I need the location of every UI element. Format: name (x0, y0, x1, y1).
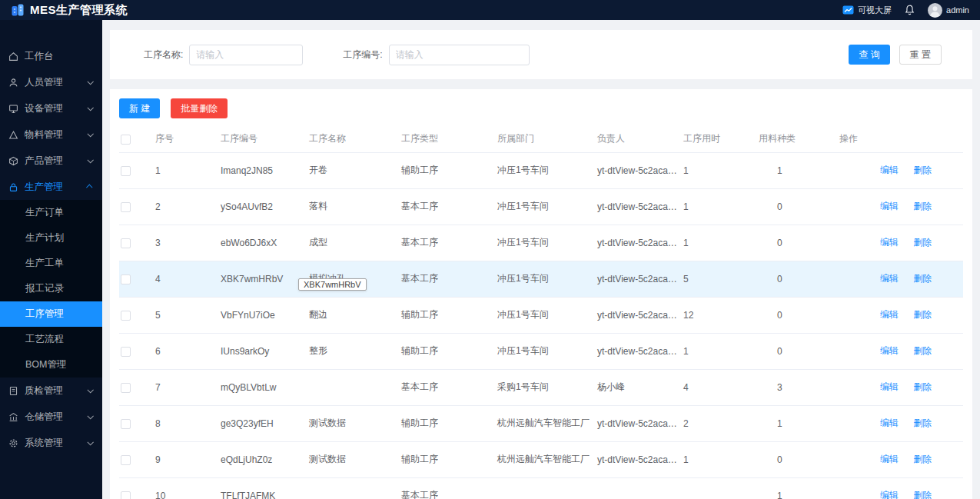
warehouse-icon (8, 412, 18, 422)
cell-name-text: 整形 (309, 345, 327, 356)
edit-link[interactable]: 编辑 (880, 237, 899, 248)
delete-link[interactable]: 删除 (913, 237, 932, 248)
batch-delete-button[interactable]: 批量删除 (171, 98, 228, 118)
edit-link[interactable]: 编辑 (880, 201, 899, 211)
cell-name (307, 369, 400, 405)
column-header-dept: 所属部门 (496, 126, 596, 152)
sidebar-item-warehouse[interactable]: 仓储管理 (0, 404, 102, 430)
edit-link[interactable]: 编辑 (880, 273, 899, 284)
delete-link[interactable]: 删除 (913, 309, 932, 320)
process-name-label: 工序名称: (144, 48, 183, 62)
row-checkbox[interactable] (121, 347, 131, 357)
sidebar-item-product[interactable]: 产品管理 (0, 148, 102, 174)
username: admin (946, 5, 969, 15)
cell-materials: 1 (757, 405, 838, 441)
reset-button[interactable]: 重 置 (899, 45, 942, 65)
sidebar-item-label: 产品管理 (25, 155, 88, 168)
cell-code: TFLfTJAFMK (219, 477, 307, 499)
row-checkbox[interactable] (121, 274, 131, 284)
cell-materials: 0 (757, 297, 838, 333)
cell-name: 翻边 (307, 297, 400, 333)
row-checkbox[interactable] (121, 311, 131, 321)
production-submenu: 生产订单 生产计划 生产工单 报工记录 工序管理 工艺流程 BOM管理 (0, 200, 102, 378)
edit-link[interactable]: 编辑 (880, 345, 899, 356)
delete-link[interactable]: 删除 (913, 345, 932, 356)
cell-dept: 采购1号车间 (496, 369, 596, 405)
sidebar-item-label: 人员管理 (25, 76, 88, 89)
cell-dept: 冲压1号车间 (496, 188, 596, 225)
cell-type: 基本工序 (400, 188, 496, 225)
big-screen-button[interactable]: 可视大屏 (842, 5, 892, 16)
delete-link[interactable]: 删除 (913, 381, 932, 392)
edit-link[interactable]: 编辑 (880, 490, 899, 499)
delete-link[interactable]: 删除 (913, 165, 932, 175)
sidebar-item-bom[interactable]: BOM管理 (0, 352, 102, 378)
table-row: 3 ebWo6DJ6xX 成型 基本工序 冲压1号车间 yt-dtView-5c… (119, 225, 963, 261)
cell-owner: yt-dtView-5c2aca3962 (596, 441, 682, 477)
table-body: 1 Imanq2JN85 开卷 辅助工序 冲压1号车间 yt-dtView-5c… (119, 152, 963, 499)
sidebar-item-personnel[interactable]: 人员管理 (0, 69, 102, 95)
sidebar-item-system[interactable]: 系统管理 (0, 430, 102, 456)
query-button[interactable]: 查 询 (849, 45, 889, 65)
chevron-down-icon (87, 413, 93, 419)
cell-owner: yt-dtView-5c2aca3962 (596, 297, 682, 333)
edit-link[interactable]: 编辑 (880, 454, 899, 464)
delete-link[interactable]: 删除 (913, 490, 932, 499)
sidebar-item-material[interactable]: 物料管理 (0, 121, 102, 148)
cell-no: 5 (154, 297, 219, 333)
cell-type: 辅助工序 (400, 441, 496, 477)
sidebar-item-process-management[interactable]: 工序管理 (0, 301, 102, 327)
column-header-time: 工序用时 (682, 126, 757, 152)
delete-link[interactable]: 删除 (913, 417, 932, 428)
edit-link[interactable]: 编辑 (880, 381, 899, 392)
cell-type: 基本工序 (400, 369, 496, 405)
user-icon (8, 78, 18, 88)
sidebar-item-production[interactable]: 生产管理 (0, 174, 102, 200)
cell-name: 模拟冲孔 XBK7wmHRbV (307, 261, 400, 297)
sidebar-item-equipment[interactable]: 设备管理 (0, 95, 102, 121)
cell-ops: 编辑 删除 (838, 188, 963, 225)
row-checkbox[interactable] (121, 166, 131, 176)
row-checkbox[interactable] (121, 383, 131, 393)
app-logo: MES生产管理系统 (11, 3, 128, 18)
cell-time: 12 (682, 297, 757, 333)
process-name-input[interactable] (189, 45, 303, 65)
sidebar-item-workbench[interactable]: 工作台 (0, 43, 102, 69)
create-button[interactable]: 新 建 (119, 98, 160, 118)
cell-type: 基本工序 (400, 225, 496, 261)
sidebar-item-work-report[interactable]: 报工记录 (0, 276, 102, 301)
cell-name (307, 477, 400, 499)
row-checkbox[interactable] (121, 202, 131, 212)
process-code-input[interactable] (389, 45, 530, 65)
sidebar-item-label: 系统管理 (25, 437, 88, 450)
sidebar-item-process-flow[interactable]: 工艺流程 (0, 327, 102, 352)
sidebar-item-work-order[interactable]: 生产工单 (0, 251, 102, 276)
edit-link[interactable]: 编辑 (880, 165, 899, 175)
sidebar-item-production-order[interactable]: 生产订单 (0, 200, 102, 225)
row-checkbox[interactable] (121, 491, 131, 499)
process-code-label: 工序编号: (343, 48, 382, 62)
user-menu[interactable]: admin (928, 3, 969, 18)
delete-link[interactable]: 删除 (913, 454, 932, 464)
delete-link[interactable]: 删除 (913, 273, 932, 284)
edit-link[interactable]: 编辑 (880, 309, 899, 320)
sidebar: 工作台 人员管理 设备管理 物料管理 产品管理 生产管理 (0, 20, 102, 499)
sidebar-item-quality[interactable]: 质检管理 (0, 378, 102, 404)
delete-link[interactable]: 删除 (913, 201, 932, 211)
sidebar-item-label: 物料管理 (25, 128, 88, 141)
cell-ops: 编辑 删除 (838, 297, 963, 333)
product-icon (8, 156, 18, 166)
row-checkbox[interactable] (121, 455, 131, 465)
table-row: 6 IUns9arkOy 整形 辅助工序 冲压1号车间 yt-dtView-5c… (119, 333, 963, 369)
cell-time (682, 477, 757, 499)
table-row: 9 eQdLjUhZ0z 测试数据 辅助工序 杭州远舢汽车智能工厂 yt-dtV… (119, 441, 963, 477)
edit-link[interactable]: 编辑 (880, 417, 899, 428)
notification-bell-icon[interactable] (904, 4, 915, 16)
row-checkbox[interactable] (121, 419, 131, 429)
cell-name-text: 测试数据 (309, 454, 346, 464)
row-checkbox[interactable] (121, 238, 131, 248)
cell-no: 4 (154, 261, 219, 297)
chevron-down-icon (87, 105, 93, 111)
sidebar-item-production-plan[interactable]: 生产计划 (0, 225, 102, 251)
select-all-checkbox[interactable] (121, 135, 131, 145)
